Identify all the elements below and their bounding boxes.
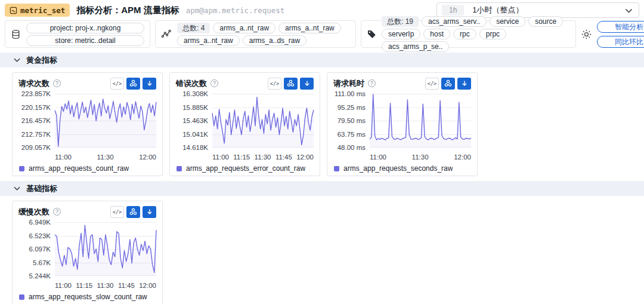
view-query-button[interactable]: </>	[110, 78, 124, 90]
metric-tag[interactable]: arms_a..nt_raw	[213, 23, 275, 33]
project-pill[interactable]: project: proj-x..ngkong	[26, 23, 144, 33]
drilldown-button[interactable]	[126, 78, 140, 90]
label-tag[interactable]: acs_arms_p_se..	[382, 41, 449, 52]
nodes-icon	[444, 79, 452, 87]
view-query-button[interactable]: </>	[110, 206, 124, 218]
chart-card-header: 错误次数 ? </>	[176, 77, 314, 90]
pulse-icon	[161, 29, 172, 39]
chart-card: 请求耗时 ? </>	[327, 72, 478, 176]
code-icon: </>	[428, 81, 436, 87]
metric-tag[interactable]: arms_a..nt_raw	[278, 23, 341, 33]
tag-icon	[367, 29, 376, 39]
y-tick-label: 14.618K	[176, 144, 208, 151]
label-tag[interactable]: serverIp	[382, 29, 420, 39]
x-tick-label: 11:00	[212, 153, 229, 161]
chevron-down-icon	[14, 186, 20, 191]
x-tick-label: 11:30	[255, 153, 271, 161]
help-icon[interactable]: ?	[53, 79, 61, 87]
metric-tag[interactable]: arms_a..nt_raw	[177, 35, 240, 46]
x-tick-label: 11:30	[412, 153, 429, 161]
y-axis: 16.308K15.885K15.463K15.041K14.618K	[176, 90, 212, 151]
store-pill[interactable]: store: metric..detail	[26, 35, 144, 46]
y-tick-label: 15.463K	[176, 117, 208, 124]
drilldown-button[interactable]	[441, 78, 455, 90]
x-tick-label: 11:00	[55, 282, 72, 289]
y-axis: 6.949K6.523K6.097K5.67K5.244K	[18, 219, 55, 280]
code-icon: </>	[270, 81, 279, 87]
metric-tag[interactable]: arms_a..ds_raw	[243, 35, 306, 46]
chart-card-buttons: </>	[110, 78, 156, 90]
y-axis: 223.857K220.157K216.457K212.757K209.057K	[18, 90, 55, 151]
y-tick-label: 16.308K	[176, 90, 208, 97]
chart-title: 缓慢次数	[18, 207, 49, 217]
line-series	[55, 94, 156, 148]
x-tick-label: 11:15	[233, 153, 250, 161]
chevron-down-icon	[14, 58, 20, 62]
chart-body: 223.857K220.157K216.457K212.757K209.057K	[18, 94, 156, 152]
labels-group: 总数: 19 acs_arms_serv.. service source se…	[361, 20, 576, 48]
help-icon[interactable]: ?	[53, 208, 61, 216]
legend-label: arms_app_requests_count_raw	[29, 164, 129, 173]
settings-button[interactable]	[581, 20, 592, 48]
chart-card-header: 缓慢次数 ? </>	[18, 205, 156, 218]
basic-metrics-row: 缓慢次数 ? </>	[0, 196, 644, 304]
download-button[interactable]	[143, 78, 156, 90]
legend-swatch	[19, 294, 24, 300]
label-tag[interactable]: host	[423, 29, 450, 39]
view-query-button[interactable]: </>	[425, 78, 439, 90]
x-tick-label: 11:30	[97, 153, 114, 161]
x-tick-label: 11:45	[118, 282, 135, 289]
golden-metrics-row: 请求次数 ? </>	[0, 67, 644, 176]
x-axis: 11:0011:1511:3011:4512:00	[55, 282, 156, 289]
plot-area[interactable]	[55, 222, 156, 276]
section-header-basic[interactable]: 基础指标	[0, 181, 644, 196]
label-tag[interactable]: service	[490, 16, 525, 27]
download-button[interactable]	[457, 78, 471, 90]
y-tick-label: 6.097K	[18, 245, 51, 253]
download-button[interactable]	[143, 206, 156, 218]
view-query-button[interactable]: </>	[268, 78, 281, 90]
chart-body: 6.949K6.523K6.097K5.67K5.244K	[18, 222, 156, 281]
plot-area[interactable]	[55, 94, 156, 148]
download-icon	[146, 208, 153, 216]
time-range-tag: 1h	[442, 5, 464, 16]
legend[interactable]: arms_app_requests_count_raw	[18, 164, 156, 173]
labels-count-chip: 总数: 19	[382, 16, 419, 27]
drilldown-button[interactable]	[126, 206, 140, 218]
help-icon[interactable]: ?	[368, 79, 376, 87]
label-tag[interactable]: source	[528, 16, 563, 27]
legend[interactable]: arms_app_requests_error_count_raw	[176, 164, 314, 173]
nodes-icon	[287, 79, 295, 87]
legend-label: arms_app_requests_slow_count_raw	[29, 293, 147, 301]
legend[interactable]: arms_app_requests_seconds_raw	[333, 164, 471, 173]
x-tick-label: 12:00	[454, 153, 471, 161]
chart-title: 请求耗时	[333, 78, 364, 89]
help-icon[interactable]: ?	[210, 79, 218, 87]
x-tick-label: 12:00	[139, 282, 156, 289]
section-title: 基础指标	[26, 183, 57, 194]
datasource-group: project: proj-x..ngkong store: metric..d…	[5, 20, 150, 48]
compare-button[interactable]: 同比环比	[597, 36, 644, 48]
legend-swatch	[177, 166, 182, 171]
chart-card: 请求次数 ? </>	[12, 72, 163, 176]
label-tag[interactable]: acs_arms_serv..	[422, 16, 487, 27]
y-tick-label: 111.00 ms	[333, 90, 366, 97]
label-tag[interactable]: rpc	[453, 29, 476, 39]
plot-area[interactable]	[212, 94, 314, 148]
x-axis: 11:0011:1511:3011:4512:00	[212, 153, 314, 161]
drilldown-button[interactable]	[284, 78, 298, 90]
section-header-golden[interactable]: 黄金指标	[0, 53, 644, 67]
download-icon	[461, 80, 468, 87]
legend[interactable]: arms_app_requests_slow_count_raw	[18, 293, 156, 301]
chart-card-buttons: </>	[425, 78, 471, 90]
metric-set-label: metric_set	[20, 6, 65, 15]
download-button[interactable]	[300, 78, 314, 90]
plot-area[interactable]	[370, 94, 471, 148]
smart-analysis-button[interactable]: 智能分析	[597, 21, 644, 33]
y-tick-label: 216.457K	[18, 117, 51, 124]
download-icon	[304, 80, 311, 87]
label-tag[interactable]: prpc	[479, 29, 506, 39]
action-buttons: 智能分析 同比环比	[597, 20, 644, 48]
metrics-count-chip: 总数: 4	[177, 23, 210, 33]
y-tick-label: 209.057K	[18, 144, 51, 151]
